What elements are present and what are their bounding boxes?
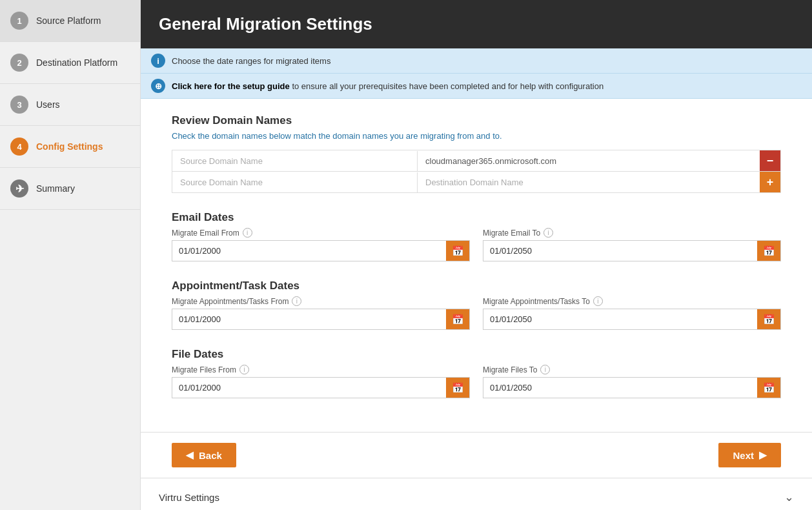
sidebar-badge-1: 1 [10, 12, 28, 30]
appointment-from-input-wrap: 📅 [172, 309, 470, 330]
domain-names-section: Review Domain Names Check the domain nam… [172, 114, 781, 193]
domain-value-1: cloudmanager365.onmicrosoft.com [418, 151, 760, 171]
domain-label-2: Source Domain Name [172, 172, 418, 192]
file-dates-title: File Dates [172, 348, 781, 361]
file-from-calendar-button[interactable]: 📅 [446, 378, 469, 398]
appointment-dates-title: Appointment/Task Dates [172, 280, 781, 292]
virtru-settings-accordion: Virtru Settings ⌄ [141, 478, 812, 510]
file-to-calendar-button[interactable]: 📅 [757, 378, 780, 398]
file-to-input-wrap: 📅 [483, 377, 781, 398]
footer-bar: ◀ Back Next ▶ [141, 432, 812, 478]
globe-icon: ⊕ [151, 79, 165, 93]
virtru-settings-header[interactable]: Virtru Settings ⌄ [141, 478, 812, 510]
appointment-to-input-wrap: 📅 [483, 309, 781, 330]
file-from-input-wrap: 📅 [172, 377, 470, 398]
appointment-from-info-icon: i [292, 296, 301, 306]
sidebar-label-source-platform: Source Platform [36, 15, 101, 26]
appointment-to-calendar-button[interactable]: 📅 [757, 309, 780, 329]
virtru-settings-label: Virtru Settings [159, 492, 219, 503]
sidebar-badge-2: 2 [10, 54, 28, 72]
back-button[interactable]: ◀ Back [172, 443, 236, 467]
domain-section-desc: Check the domain names below match the d… [172, 131, 781, 141]
file-from-input[interactable] [172, 378, 446, 398]
info-row-1: i Choose the date ranges for migrated it… [141, 48, 812, 74]
file-from-group: Migrate Files From i 📅 [172, 365, 470, 398]
info-row-2[interactable]: ⊕ Click here for the setup guide to ensu… [141, 74, 812, 99]
sidebar-item-source-platform[interactable]: 1 Source Platform [0, 0, 140, 42]
email-to-group: Migrate Email To i 📅 [483, 228, 781, 261]
next-arrow-icon: ▶ [759, 449, 767, 461]
appointment-dates-grid: Migrate Appointments/Tasks From i 📅 Migr… [172, 296, 781, 330]
file-to-input[interactable] [483, 378, 757, 398]
file-from-info-icon: i [239, 365, 249, 374]
main-content: General Migration Settings i Choose the … [141, 0, 812, 510]
domain-add-button[interactable]: + [760, 172, 780, 192]
email-from-group: Migrate Email From i 📅 [172, 228, 470, 261]
file-from-label: Migrate Files From i [172, 365, 470, 374]
email-to-info-icon: i [543, 228, 553, 238]
content-panel: Review Domain Names Check the domain nam… [141, 99, 812, 432]
appointment-from-label: Migrate Appointments/Tasks From i [172, 296, 470, 306]
sidebar-badge-4: 4 [10, 138, 28, 156]
appointment-from-calendar-button[interactable]: 📅 [446, 309, 469, 329]
domain-section-title: Review Domain Names [172, 114, 781, 127]
info-icon-1: i [151, 54, 165, 68]
email-dates-grid: Migrate Email From i 📅 Migrate Email To … [172, 228, 781, 261]
sidebar-label-destination-platform: Destination Platform [36, 57, 117, 68]
domain-remove-button[interactable]: − [760, 150, 780, 171]
appointment-to-group: Migrate Appointments/Tasks To i 📅 [483, 296, 781, 330]
domain-row-1: Source Domain Name cloudmanager365.onmic… [172, 150, 781, 172]
sidebar: 1 Source Platform 2 Destination Platform… [0, 0, 141, 510]
info-banner: i Choose the date ranges for migrated it… [141, 48, 812, 99]
email-to-input-wrap: 📅 [483, 240, 781, 261]
email-from-input-wrap: 📅 [172, 240, 470, 261]
virtru-chevron-icon: ⌄ [784, 490, 794, 504]
info-text-2: Click here for the setup guide to ensure… [172, 81, 604, 91]
next-button[interactable]: Next ▶ [718, 443, 781, 467]
page-header: General Migration Settings [141, 0, 812, 48]
sidebar-badge-3: 3 [10, 96, 28, 114]
sidebar-badge-summary: ✈ [10, 179, 28, 198]
sidebar-label-config-settings: Config Settings [36, 141, 103, 152]
appointment-from-input[interactable] [172, 309, 446, 329]
page-title: General Migration Settings [159, 14, 372, 34]
email-from-input[interactable] [172, 241, 446, 261]
appointment-dates-section: Appointment/Task Dates Migrate Appointme… [172, 280, 781, 330]
setup-guide-link[interactable]: Click here for the setup guide [172, 81, 290, 91]
info-text-1: Choose the date ranges for migrated item… [172, 56, 330, 66]
sidebar-label-users: Users [36, 99, 60, 110]
email-from-info-icon: i [243, 228, 252, 238]
email-to-calendar-button[interactable]: 📅 [757, 241, 780, 261]
sidebar-item-destination-platform[interactable]: 2 Destination Platform [0, 42, 140, 84]
sidebar-item-config-settings[interactable]: 4 Config Settings [0, 126, 140, 168]
email-from-label: Migrate Email From i [172, 228, 470, 238]
sidebar-item-users[interactable]: 3 Users [0, 84, 140, 126]
appointment-from-group: Migrate Appointments/Tasks From i 📅 [172, 296, 470, 330]
sidebar-label-summary: Summary [36, 183, 75, 194]
appointment-to-label: Migrate Appointments/Tasks To i [483, 296, 781, 306]
email-to-input[interactable] [483, 241, 757, 261]
appointment-to-input[interactable] [483, 309, 757, 329]
domain-value-2: Destination Domain Name [418, 172, 760, 192]
file-to-group: Migrate Files To i 📅 [483, 365, 781, 398]
file-dates-grid: Migrate Files From i 📅 Migrate Files To … [172, 365, 781, 398]
email-to-label: Migrate Email To i [483, 228, 781, 238]
back-arrow-icon: ◀ [186, 449, 194, 461]
file-to-label: Migrate Files To i [483, 365, 781, 374]
email-dates-title: Email Dates [172, 211, 781, 224]
file-to-info-icon: i [540, 365, 550, 374]
domain-label-1: Source Domain Name [172, 151, 418, 171]
email-from-calendar-button[interactable]: 📅 [446, 241, 469, 261]
email-dates-section: Email Dates Migrate Email From i 📅 Migra… [172, 211, 781, 261]
sidebar-item-summary[interactable]: ✈ Summary [0, 168, 140, 210]
file-dates-section: File Dates Migrate Files From i 📅 Migrat… [172, 348, 781, 398]
appointment-to-info-icon: i [593, 296, 603, 306]
domain-row-2: Source Domain Name Destination Domain Na… [172, 172, 781, 193]
